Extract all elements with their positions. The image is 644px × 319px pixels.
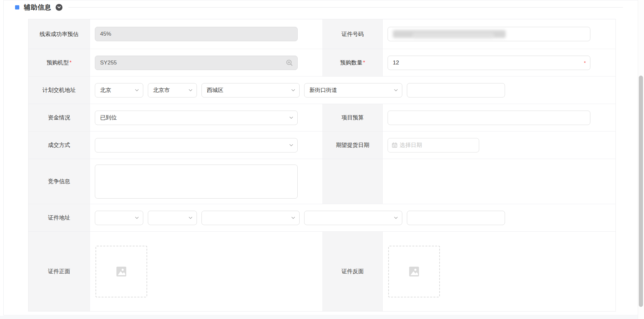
chevron-down-icon (394, 89, 398, 91)
project-budget-label: 项目预算 (323, 104, 383, 132)
chevron-down-icon (394, 217, 398, 219)
required-star: * (584, 60, 586, 65)
empty-label-cell (323, 159, 383, 204)
purchase-quantity-cell: * (383, 49, 616, 77)
delivery-address-label: 计划交机地址 (28, 77, 90, 104)
zoom-in-icon[interactable] (286, 59, 293, 67)
chevron-down-icon (289, 116, 293, 119)
auxiliary-info-card: 辅助信息 线索成功率预估 证件号码 预购机型* (3, 0, 638, 315)
funding-status-label: 资金情况 (28, 104, 90, 132)
calendar-icon (392, 142, 397, 148)
id-province-select[interactable] (95, 211, 143, 225)
pickup-date-cell: 选择日期 (383, 132, 616, 159)
chevron-down-icon (57, 5, 61, 9)
competition-info-label: 竞争信息 (28, 159, 90, 204)
section-divider (68, 7, 623, 8)
id-address-label: 证件地址 (28, 204, 90, 232)
pickup-date-picker[interactable]: 选择日期 (388, 138, 479, 152)
funding-status-select[interactable]: 已到位 (95, 111, 298, 125)
id-front-label: 证件正面 (28, 232, 90, 311)
id-street-select[interactable] (304, 211, 402, 225)
id-front-upload[interactable] (96, 246, 147, 297)
project-budget-cell (383, 104, 616, 132)
purchase-quantity-label: 预购数量* (323, 49, 383, 77)
delivery-address-cell: 北京 北京市 西城区 新街口街道 (90, 77, 616, 104)
competition-info-cell (90, 159, 323, 204)
section-title: 辅助信息 (24, 3, 51, 12)
delivery-district-select[interactable]: 西城区 (201, 83, 300, 97)
delivery-province-select[interactable]: 北京 (95, 83, 143, 97)
delivery-address-detail-input[interactable] (407, 83, 505, 97)
purchase-model-label: 预购机型* (28, 49, 90, 77)
clue-success-rate-label: 线索成功率预估 (28, 19, 90, 49)
chevron-down-icon (291, 89, 295, 91)
id-number-label: 证件号码 (323, 19, 383, 49)
id-address-detail-input[interactable] (407, 211, 505, 225)
chevron-down-icon (135, 89, 139, 91)
id-city-select[interactable] (148, 211, 197, 225)
id-back-upload[interactable] (388, 246, 440, 297)
empty-content-cell (383, 159, 616, 204)
pickup-date-label: 期望提货日期 (323, 132, 383, 159)
pickup-date-placeholder: 选择日期 (400, 141, 422, 149)
chevron-down-icon (135, 217, 139, 219)
section-header: 辅助信息 (4, 0, 638, 14)
id-back-cell (383, 232, 616, 311)
deal-method-cell (90, 132, 323, 159)
chevron-down-icon (291, 217, 295, 219)
image-icon (407, 265, 421, 278)
section-marker (15, 5, 19, 9)
chevron-down-icon (289, 144, 293, 146)
deal-method-select[interactable] (95, 138, 298, 152)
clue-success-rate-cell (90, 19, 323, 49)
id-address-cell (90, 204, 616, 232)
project-budget-input[interactable] (388, 111, 590, 125)
id-back-label: 证件反面 (323, 232, 383, 311)
id-number-cell (383, 19, 616, 49)
page-scrollbar[interactable] (638, 0, 644, 319)
clue-success-rate-input (95, 27, 298, 41)
chevron-down-icon (189, 89, 192, 91)
id-front-cell (90, 232, 323, 311)
chevron-down-icon (189, 217, 192, 219)
redacted-id-number (393, 30, 506, 38)
deal-method-label: 成交方式 (28, 132, 90, 159)
competition-info-textarea[interactable] (95, 165, 298, 199)
page-bottom-gap (0, 316, 644, 319)
delivery-street-select[interactable]: 新街口街道 (304, 83, 402, 97)
id-district-select[interactable] (201, 211, 300, 225)
delivery-city-select[interactable]: 北京市 (148, 83, 197, 97)
auxiliary-info-form: 线索成功率预估 证件号码 预购机型* (28, 19, 616, 311)
purchase-quantity-input[interactable] (388, 56, 590, 70)
scrollbar-thumb[interactable] (639, 76, 643, 307)
image-icon (114, 265, 128, 278)
purchase-model-input (95, 56, 298, 70)
collapse-section-button[interactable] (56, 4, 62, 11)
purchase-model-cell (90, 49, 323, 77)
funding-status-cell: 已到位 (90, 104, 323, 132)
